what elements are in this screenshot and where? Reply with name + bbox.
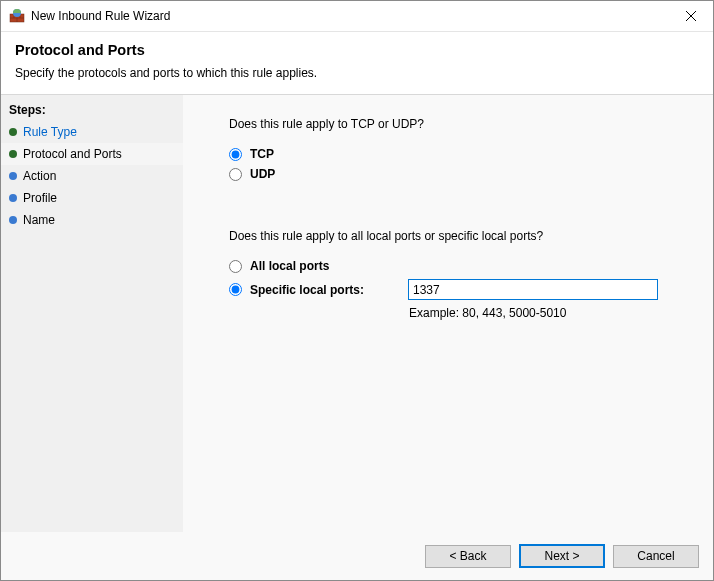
- steps-heading: Steps:: [1, 101, 183, 121]
- close-icon: [686, 11, 696, 21]
- step-protocol-and-ports: Protocol and Ports: [1, 143, 183, 165]
- main-panel: Does this rule apply to TCP or UDP? TCP …: [183, 95, 713, 532]
- step-label: Name: [23, 213, 55, 227]
- step-action: Action: [1, 165, 183, 187]
- radio-udp[interactable]: [229, 168, 242, 181]
- step-bullet-icon: [9, 128, 17, 136]
- radio-row-all-ports: All local ports: [229, 259, 689, 273]
- radio-row-udp: UDP: [229, 167, 689, 181]
- window-title: New Inbound Rule Wizard: [31, 9, 668, 23]
- firewall-icon: [9, 8, 25, 24]
- step-bullet-icon: [9, 150, 17, 158]
- radio-all-ports-label[interactable]: All local ports: [250, 259, 329, 273]
- radio-udp-label[interactable]: UDP: [250, 167, 275, 181]
- step-label: Action: [23, 169, 56, 183]
- step-label: Profile: [23, 191, 57, 205]
- radio-tcp[interactable]: [229, 148, 242, 161]
- question-ports: Does this rule apply to all local ports …: [229, 229, 689, 243]
- page-title: Protocol and Ports: [15, 42, 699, 58]
- page-subtitle: Specify the protocols and ports to which…: [15, 66, 699, 80]
- radio-specific-ports-label[interactable]: Specific local ports:: [250, 283, 400, 297]
- step-label: Protocol and Ports: [23, 147, 122, 161]
- ports-example-text: Example: 80, 443, 5000-5010: [409, 306, 689, 320]
- question-protocol: Does this rule apply to TCP or UDP?: [229, 117, 689, 131]
- step-profile: Profile: [1, 187, 183, 209]
- cancel-button[interactable]: Cancel: [613, 545, 699, 568]
- step-bullet-icon: [9, 172, 17, 180]
- steps-sidebar: Steps: Rule Type Protocol and Ports Acti…: [1, 95, 183, 532]
- wizard-window: New Inbound Rule Wizard Protocol and Por…: [0, 0, 714, 581]
- radio-row-tcp: TCP: [229, 147, 689, 161]
- step-rule-type[interactable]: Rule Type: [1, 121, 183, 143]
- next-button[interactable]: Next >: [519, 544, 605, 568]
- wizard-header: Protocol and Ports Specify the protocols…: [1, 32, 713, 95]
- specific-ports-input[interactable]: [408, 279, 658, 300]
- step-label[interactable]: Rule Type: [23, 125, 77, 139]
- radio-all-ports[interactable]: [229, 260, 242, 273]
- wizard-footer: < Back Next > Cancel: [1, 532, 713, 580]
- radio-tcp-label[interactable]: TCP: [250, 147, 274, 161]
- titlebar: New Inbound Rule Wizard: [1, 1, 713, 32]
- radio-specific-ports[interactable]: [229, 283, 242, 296]
- step-bullet-icon: [9, 194, 17, 202]
- back-button[interactable]: < Back: [425, 545, 511, 568]
- wizard-body: Steps: Rule Type Protocol and Ports Acti…: [1, 95, 713, 532]
- step-name: Name: [1, 209, 183, 231]
- radio-row-specific-ports: Specific local ports:: [229, 279, 689, 300]
- step-bullet-icon: [9, 216, 17, 224]
- close-button[interactable]: [668, 1, 713, 31]
